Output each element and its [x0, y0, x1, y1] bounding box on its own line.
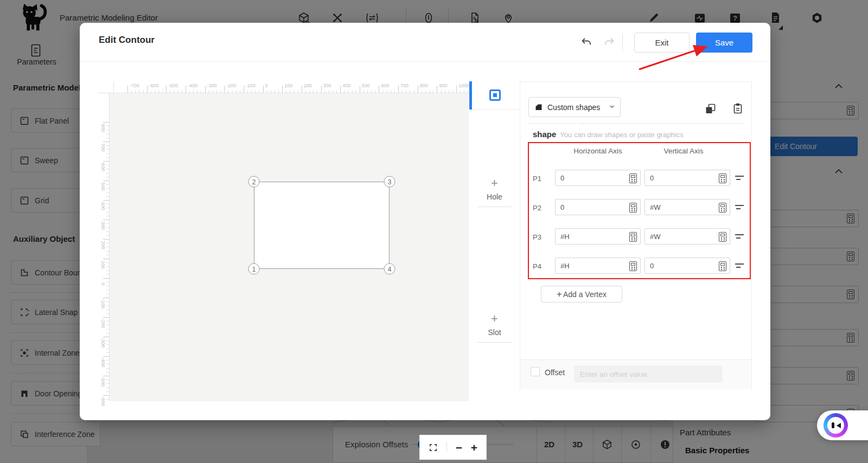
paste-icon[interactable] — [732, 102, 743, 114]
row-options-icon[interactable] — [735, 263, 744, 269]
exit-button[interactable]: Exit — [634, 33, 690, 53]
p1-vertical-input[interactable] — [644, 170, 730, 186]
calculator-icon[interactable] — [719, 203, 726, 213]
h-ruler-label: -200 — [226, 83, 236, 88]
row-label-p2: P2 — [533, 204, 541, 212]
row-options-icon[interactable] — [735, 175, 744, 181]
assistant-eye-icon — [837, 423, 841, 428]
shape-section-label: shapeYou can draw shapes or paste graphi… — [533, 130, 684, 139]
add-vertex-button[interactable]: +Add a Vertex — [541, 286, 622, 303]
redo-icon[interactable] — [604, 36, 616, 47]
p2-vertical-cell — [644, 199, 730, 215]
h-ruler-label: 900 — [439, 83, 447, 88]
calculator-icon[interactable] — [719, 173, 726, 183]
p1-horizontal-cell — [555, 170, 641, 186]
tab-add-slot[interactable]: + Slot — [469, 313, 520, 343]
tab-shape[interactable] — [469, 81, 520, 110]
v-ruler-label: 200 — [100, 241, 106, 249]
fit-view-icon[interactable] — [429, 443, 438, 452]
vertex-3[interactable]: 3 — [384, 176, 395, 188]
offset-input[interactable] — [575, 366, 722, 382]
divider — [477, 342, 512, 343]
p2-horizontal-cell — [555, 199, 641, 215]
vertex-1[interactable]: 1 — [248, 263, 260, 275]
zoom-out-button[interactable]: − — [456, 442, 462, 453]
v-ruler-label: 0 — [100, 282, 106, 285]
h-ruler-label: -100 — [246, 83, 256, 88]
p4-vertical-cell — [644, 258, 730, 274]
ruler-corner — [98, 81, 114, 93]
offset-checkbox[interactable] — [531, 367, 540, 376]
v-ruler-label: 300 — [100, 221, 106, 229]
p4-horizontal-input[interactable] — [555, 258, 641, 274]
h-ruler-label: 100 — [284, 83, 292, 88]
vertex-4[interactable]: 4 — [384, 263, 395, 275]
edit-contour-modal: Edit Contour Exit Save -700-600-500-400-… — [80, 23, 770, 420]
save-button[interactable]: Save — [696, 33, 752, 53]
p3-vertical-input[interactable] — [644, 228, 730, 245]
tab-add-hole[interactable]: + Hole — [469, 178, 520, 207]
assistant-avatar-icon — [824, 413, 848, 438]
screen: Parametric Modeling Editor — [0, 0, 868, 463]
modal-header: Edit Contour Exit Save — [80, 23, 770, 62]
p2-vertical-input[interactable] — [644, 199, 730, 215]
v-ruler-label: 500 — [100, 182, 106, 190]
h-ruler-label: 200 — [304, 83, 312, 88]
shape-tab-icon — [489, 89, 501, 101]
assistant-eye-icon — [832, 422, 834, 428]
shape-properties-panel: Custom shapes shapeYou can draw shapes o… — [520, 81, 752, 389]
calculator-icon[interactable] — [719, 232, 726, 242]
modal-title: Edit Contour — [99, 35, 155, 46]
p4-vertical-input[interactable] — [644, 258, 730, 274]
v-ruler-label: -400 — [100, 357, 106, 367]
row-label-p3: P3 — [533, 233, 541, 241]
column-header-horizontal: Horizontal Axis — [555, 147, 641, 155]
calculator-icon[interactable] — [629, 232, 637, 242]
v-ruler-label: 700 — [100, 143, 106, 151]
offset-input-wrap — [575, 366, 722, 382]
h-ruler-label: -400 — [188, 83, 197, 88]
divider — [622, 34, 623, 51]
row-options-icon[interactable] — [735, 234, 744, 240]
v-ruler-label: -100 — [100, 299, 106, 308]
plus-icon: + — [469, 313, 520, 324]
h-ruler-label: 300 — [323, 83, 331, 88]
plus-icon: + — [557, 289, 562, 300]
shape-type-dropdown[interactable]: Custom shapes — [528, 97, 621, 117]
h-ruler-label: 700 — [400, 83, 409, 88]
calculator-icon[interactable] — [629, 203, 637, 213]
calculator-icon[interactable] — [629, 261, 637, 271]
row-label-p1: P1 — [533, 175, 541, 183]
calculator-icon[interactable] — [629, 173, 637, 183]
row-options-icon[interactable] — [735, 204, 744, 210]
contour-rectangle[interactable] — [254, 182, 390, 269]
copy-icon[interactable] — [705, 103, 716, 114]
plus-icon: + — [469, 178, 520, 189]
feature-tabstrip: + Hole + Slot — [469, 81, 520, 401]
p2-horizontal-input[interactable] — [555, 199, 641, 215]
v-ruler-label: 800 — [100, 124, 106, 132]
assistant-widget[interactable] — [817, 410, 868, 440]
assistant-face-icon — [827, 417, 844, 434]
offset-label: Offset — [545, 368, 565, 377]
v-ruler-label: 100 — [100, 260, 106, 268]
zoom-in-button[interactable]: + — [471, 442, 477, 453]
divider — [446, 442, 447, 453]
v-ruler-label: 600 — [100, 163, 106, 171]
zoom-controls: − + — [419, 435, 487, 460]
vertex-2[interactable]: 2 — [248, 176, 260, 188]
column-header-vertical: Vertical Axis — [641, 147, 726, 155]
h-ruler-label: 400 — [342, 83, 350, 88]
contour-canvas[interactable]: -700-600-500-400-300-200-100010020030040… — [98, 81, 469, 401]
h-ruler-label: 1000 — [458, 83, 469, 88]
v-ruler-label: -300 — [100, 338, 106, 348]
p3-horizontal-input[interactable] — [555, 228, 641, 245]
custom-shape-icon — [534, 103, 543, 112]
calculator-icon[interactable] — [719, 261, 726, 271]
p3-vertical-cell — [644, 228, 730, 245]
h-ruler-label: -300 — [207, 83, 217, 88]
p1-horizontal-input[interactable] — [555, 170, 641, 186]
h-ruler-label: 0 — [265, 83, 268, 88]
p1-vertical-cell — [644, 170, 730, 186]
undo-icon[interactable] — [580, 36, 592, 47]
